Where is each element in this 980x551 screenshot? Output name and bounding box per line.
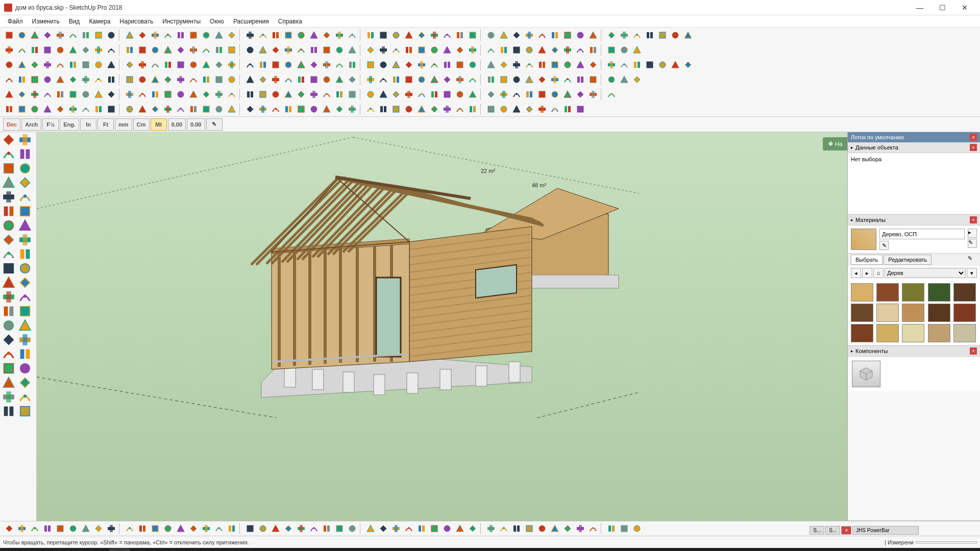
tool-button[interactable] — [67, 88, 79, 101]
tool-button[interactable] — [656, 59, 669, 71]
material-swatch[interactable] — [851, 283, 873, 302]
material-swatch[interactable] — [876, 304, 899, 322]
tool-button[interactable] — [467, 88, 479, 101]
tool-button[interactable] — [605, 522, 618, 535]
tool-button[interactable] — [364, 44, 377, 56]
tray-close-icon[interactable]: × — [970, 134, 977, 141]
tool-button[interactable] — [16, 29, 28, 41]
tool-button[interactable] — [605, 73, 618, 86]
material-swatch[interactable] — [876, 283, 899, 302]
tool-button[interactable] — [498, 522, 510, 535]
tool-button[interactable] — [244, 73, 256, 86]
tool-button[interactable] — [587, 44, 599, 56]
tool-button[interactable] — [3, 73, 15, 86]
tool-button[interactable] — [682, 59, 694, 71]
tool-button[interactable] — [282, 73, 295, 86]
menu-инструменты[interactable]: Инструменты — [158, 16, 205, 27]
tool-button[interactable] — [105, 522, 117, 535]
tool-button[interactable] — [321, 88, 333, 101]
tool-button[interactable] — [441, 522, 453, 535]
tool-button[interactable] — [377, 44, 389, 56]
tool-button[interactable] — [80, 44, 92, 56]
tool-button[interactable] — [16, 103, 28, 115]
tool-button[interactable] — [67, 103, 79, 115]
tool-button[interactable] — [244, 88, 256, 101]
tool-button[interactable] — [92, 73, 105, 86]
tool-button[interactable] — [213, 44, 225, 56]
material-swatch[interactable] — [851, 324, 873, 342]
tool-button[interactable] — [295, 44, 307, 56]
tool-button[interactable] — [346, 88, 358, 101]
left-tool-button[interactable] — [17, 162, 33, 175]
unit-0.00[interactable]: 0.00 — [168, 118, 186, 131]
tool-button[interactable] — [561, 59, 574, 71]
tool-button[interactable] — [29, 29, 41, 41]
tool-button[interactable] — [308, 88, 320, 101]
tool-button[interactable] — [175, 59, 187, 71]
tool-button[interactable] — [377, 29, 389, 41]
tool-button[interactable] — [226, 59, 238, 71]
left-tool-button[interactable] — [1, 362, 16, 375]
tool-button[interactable] — [498, 103, 510, 115]
tool-button[interactable] — [270, 73, 282, 86]
tool-button[interactable] — [270, 29, 282, 41]
tool-button[interactable] — [92, 522, 105, 535]
tool-button[interactable] — [244, 103, 256, 115]
tool-button[interactable] — [187, 59, 200, 71]
eyedropper-button[interactable]: ✎ — [968, 239, 977, 248]
material-library-select[interactable]: Дерев — [885, 268, 966, 278]
tool-button[interactable] — [149, 88, 161, 101]
tool-button[interactable] — [257, 44, 269, 56]
tool-button[interactable] — [485, 59, 497, 71]
materials-header[interactable]: ▸ Материалы × — [848, 215, 980, 226]
entity-info-header[interactable]: ▸ Данные объекта × — [848, 142, 980, 153]
tool-button[interactable] — [54, 522, 66, 535]
tool-button[interactable] — [308, 29, 320, 41]
tool-button[interactable] — [333, 522, 346, 535]
tool-button[interactable] — [510, 103, 523, 115]
tool-button[interactable] — [441, 88, 453, 101]
tool-button[interactable] — [485, 88, 497, 101]
tool-button[interactable] — [587, 88, 599, 101]
tool-button[interactable] — [536, 44, 548, 56]
tool-button[interactable] — [523, 73, 535, 86]
tool-button[interactable] — [364, 59, 377, 71]
tool-button[interactable] — [321, 73, 333, 86]
left-tool-button[interactable] — [1, 133, 16, 146]
tool-button[interactable] — [124, 29, 136, 41]
menu-камера[interactable]: Камера — [84, 16, 115, 27]
measurement-input[interactable] — [916, 541, 977, 543]
search-button[interactable]: 🔍 — [23, 548, 44, 551]
tool-button[interactable] — [295, 73, 307, 86]
left-tool-button[interactable] — [17, 376, 33, 389]
tool-button[interactable] — [467, 44, 479, 56]
tool-button[interactable] — [644, 29, 656, 41]
tool-button[interactable] — [105, 88, 117, 101]
tool-button[interactable] — [549, 88, 561, 101]
tool-button[interactable] — [510, 88, 523, 101]
tool-button[interactable] — [41, 522, 54, 535]
tool-button[interactable] — [605, 29, 618, 41]
tool-button[interactable] — [536, 103, 548, 115]
tool-button[interactable] — [244, 29, 256, 41]
tool-button[interactable] — [124, 103, 136, 115]
tool-button[interactable] — [618, 44, 630, 56]
left-tool-button[interactable] — [17, 305, 33, 318]
tool-button[interactable] — [390, 59, 402, 71]
maximize-button[interactable]: ☐ — [931, 1, 953, 15]
tool-button[interactable] — [16, 88, 28, 101]
tool-button[interactable] — [523, 103, 535, 115]
menu-нарисовать[interactable]: Нарисовать — [115, 16, 158, 27]
tool-button[interactable] — [485, 73, 497, 86]
tool-button[interactable] — [54, 88, 66, 101]
tool-button[interactable] — [364, 522, 377, 535]
menu-справка[interactable]: Справка — [274, 16, 307, 27]
tool-button[interactable] — [485, 44, 497, 56]
tool-button[interactable] — [377, 73, 389, 86]
tool-button[interactable] — [605, 59, 618, 71]
tool-button[interactable] — [149, 29, 161, 41]
tool-button[interactable] — [403, 103, 415, 115]
tool-button[interactable] — [175, 522, 187, 535]
tool-button[interactable] — [124, 88, 136, 101]
tool-button[interactable] — [510, 522, 523, 535]
